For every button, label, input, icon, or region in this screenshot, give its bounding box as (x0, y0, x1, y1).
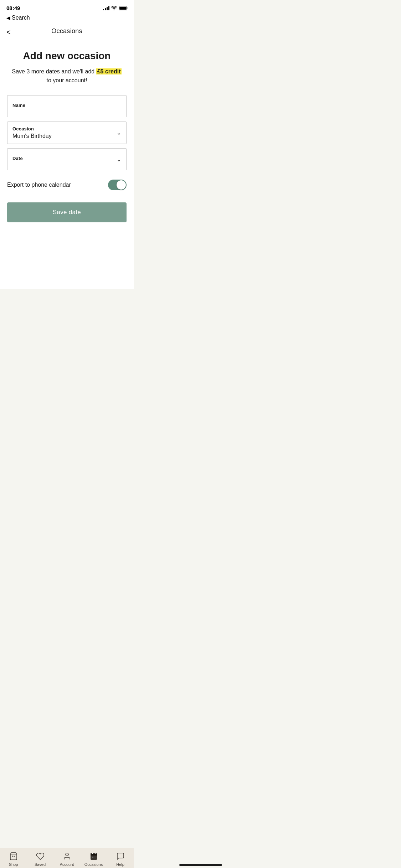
back-arrow-icon: ◀ (6, 15, 10, 21)
back-navigation: ◀ Search (0, 13, 134, 24)
toggle-knob (117, 180, 126, 190)
occasion-field[interactable]: Occasion Mum's Birthday ⌄ (7, 122, 127, 144)
page-title: Occasions (51, 27, 82, 35)
status-icons (103, 6, 127, 10)
status-time: 08:49 (6, 5, 20, 11)
occasion-value: Mum's Birthday (12, 133, 121, 139)
calendar-toggle[interactable] (108, 180, 127, 190)
signal-bars-icon (103, 6, 109, 10)
occasion-chevron-icon: ⌄ (117, 129, 121, 136)
date-label: Date (12, 156, 121, 161)
promo-highlight: £5 credit (96, 68, 122, 74)
name-label: Name (12, 103, 121, 108)
status-bar: 08:49 (0, 0, 134, 13)
page-header: < Occasions (0, 24, 134, 40)
promo-text: Save 3 more dates and we'll add £5 credi… (7, 67, 127, 85)
date-chevron-icon: ⌄ (117, 156, 121, 162)
back-label: Search (12, 15, 30, 21)
promo-text-before: Save 3 more dates and we'll add (12, 68, 96, 74)
scrollable-content: Add new occasion Save 3 more dates and w… (0, 40, 134, 289)
main-content: Add new occasion Save 3 more dates and w… (0, 40, 134, 229)
battery-icon (119, 6, 127, 10)
name-field[interactable]: Name (7, 95, 127, 117)
back-link[interactable]: ◀ Search (6, 15, 30, 21)
back-button[interactable]: < (6, 28, 11, 36)
wifi-icon (111, 6, 117, 10)
date-field[interactable]: Date ⌄ (7, 148, 127, 170)
calendar-toggle-row: Export to phone calendar (7, 175, 127, 195)
toggle-label: Export to phone calendar (7, 182, 71, 188)
promo-text-after: to your account! (47, 77, 87, 83)
save-date-button[interactable]: Save date (7, 202, 127, 222)
content-spacer (0, 229, 134, 289)
occasion-label: Occasion (12, 126, 121, 131)
form-title: Add new occasion (7, 50, 127, 62)
